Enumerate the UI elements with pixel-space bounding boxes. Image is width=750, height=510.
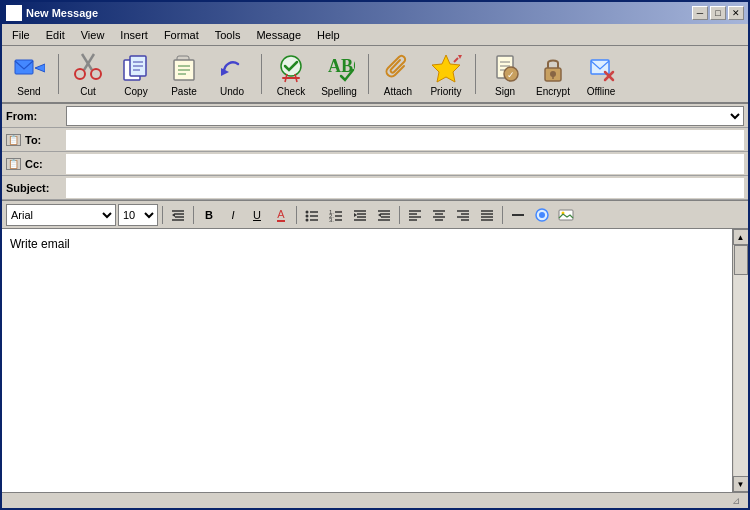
hr-button[interactable] bbox=[507, 204, 529, 226]
send-button[interactable]: Send bbox=[6, 49, 52, 99]
priority-icon bbox=[430, 52, 462, 84]
italic-button[interactable]: I bbox=[222, 204, 244, 226]
offline-label: Offline bbox=[587, 86, 616, 97]
unordered-list-button[interactable] bbox=[301, 204, 323, 226]
menu-format[interactable]: Format bbox=[156, 27, 207, 43]
email-body[interactable]: Write email bbox=[2, 229, 732, 492]
priority-button[interactable]: Priority bbox=[423, 49, 469, 99]
svg-point-44 bbox=[306, 214, 309, 217]
insert-image-button[interactable] bbox=[555, 204, 577, 226]
cc-label: 📋 Cc: bbox=[6, 158, 66, 170]
svg-point-5 bbox=[91, 69, 101, 79]
separator-2 bbox=[261, 54, 262, 94]
align-right-button[interactable] bbox=[452, 204, 474, 226]
ordered-list-button[interactable]: 1.2.3. bbox=[325, 204, 347, 226]
cc-input[interactable] bbox=[66, 154, 744, 174]
copy-icon bbox=[120, 52, 152, 84]
svg-point-82 bbox=[539, 212, 545, 218]
svg-marker-1 bbox=[35, 64, 45, 72]
vertical-scrollbar[interactable]: ▲ ▼ bbox=[732, 229, 748, 492]
to-input[interactable] bbox=[66, 130, 744, 150]
encrypt-icon bbox=[537, 52, 569, 84]
align-left-button[interactable] bbox=[404, 204, 426, 226]
main-window: ✉ New Message ─ □ ✕ File Edit View Inser… bbox=[0, 0, 750, 510]
toolbar: Send Cut bbox=[2, 46, 748, 104]
from-row: From: bbox=[2, 104, 748, 128]
copy-label: Copy bbox=[124, 86, 147, 97]
separator-4 bbox=[475, 54, 476, 94]
justify-button[interactable] bbox=[476, 204, 498, 226]
font-select[interactable]: Arial Times New Roman Courier New bbox=[6, 204, 116, 226]
subject-label: Subject: bbox=[6, 182, 66, 194]
from-label: From: bbox=[6, 110, 66, 122]
close-button[interactable]: ✕ bbox=[728, 6, 744, 20]
svg-line-2 bbox=[82, 54, 92, 70]
fmt-sep-4 bbox=[399, 206, 400, 224]
attach-label: Attach bbox=[384, 86, 412, 97]
font-color-button[interactable]: A bbox=[270, 204, 292, 226]
spelling-icon: ABC bbox=[323, 52, 355, 84]
svg-rect-0 bbox=[15, 60, 33, 74]
maximize-button[interactable]: □ bbox=[710, 6, 726, 20]
title-bar: ✉ New Message ─ □ ✕ bbox=[2, 2, 748, 24]
align-center-button[interactable] bbox=[428, 204, 450, 226]
fmt-sep-5 bbox=[502, 206, 503, 224]
fmt-sep-1 bbox=[162, 206, 163, 224]
paste-label: Paste bbox=[171, 86, 197, 97]
svg-marker-63 bbox=[378, 213, 381, 217]
copy-button[interactable]: Copy bbox=[113, 49, 159, 99]
spelling-button[interactable]: ABC Spelling bbox=[316, 49, 362, 99]
offline-button[interactable]: Offline bbox=[578, 49, 624, 99]
resize-grip[interactable]: ⊿ bbox=[732, 495, 744, 507]
to-addr-icon[interactable]: 📋 bbox=[6, 134, 21, 146]
menu-bar: File Edit View Insert Format Tools Messa… bbox=[2, 24, 748, 46]
menu-help[interactable]: Help bbox=[309, 27, 348, 43]
sign-button[interactable]: ✓ Sign bbox=[482, 49, 528, 99]
status-bar: ⊿ bbox=[2, 492, 748, 508]
check-button[interactable]: Check bbox=[268, 49, 314, 99]
menu-insert[interactable]: Insert bbox=[112, 27, 156, 43]
undo-button[interactable]: Undo bbox=[209, 49, 255, 99]
italic-label: I bbox=[231, 209, 234, 221]
email-body-container: Write email ▲ ▼ bbox=[2, 229, 748, 492]
cut-button[interactable]: Cut bbox=[65, 49, 111, 99]
menu-edit[interactable]: Edit bbox=[38, 27, 73, 43]
svg-line-19 bbox=[285, 74, 287, 82]
window-icon: ✉ bbox=[6, 5, 22, 21]
paste-button[interactable]: Paste bbox=[161, 49, 207, 99]
svg-point-4 bbox=[75, 69, 85, 79]
undo-label: Undo bbox=[220, 86, 244, 97]
size-select[interactable]: 8 9 10 12 14 16 18 bbox=[118, 204, 158, 226]
svg-line-20 bbox=[295, 74, 297, 82]
cc-addr-icon[interactable]: 📋 bbox=[6, 158, 21, 170]
indent-button[interactable] bbox=[373, 204, 395, 226]
menu-view[interactable]: View bbox=[73, 27, 113, 43]
scroll-track[interactable] bbox=[734, 245, 748, 476]
sign-label: Sign bbox=[495, 86, 515, 97]
increase-indent-button[interactable] bbox=[167, 204, 189, 226]
attach-button[interactable]: Attach bbox=[375, 49, 421, 99]
bold-button[interactable]: B bbox=[198, 204, 220, 226]
scroll-up-arrow[interactable]: ▲ bbox=[733, 229, 749, 245]
encrypt-button[interactable]: Encrypt bbox=[530, 49, 576, 99]
menu-message[interactable]: Message bbox=[248, 27, 309, 43]
menu-tools[interactable]: Tools bbox=[207, 27, 249, 43]
cut-icon bbox=[72, 52, 104, 84]
svg-rect-83 bbox=[559, 210, 573, 220]
scroll-down-arrow[interactable]: ▼ bbox=[733, 476, 749, 492]
format-toolbar: Arial Times New Roman Courier New 8 9 10… bbox=[2, 201, 748, 229]
subject-input[interactable] bbox=[66, 178, 744, 198]
background-button[interactable] bbox=[531, 204, 553, 226]
menu-file[interactable]: File bbox=[4, 27, 38, 43]
minimize-button[interactable]: ─ bbox=[692, 6, 708, 20]
from-select[interactable] bbox=[66, 106, 744, 126]
decrease-indent-button[interactable] bbox=[349, 204, 371, 226]
underline-button[interactable]: U bbox=[246, 204, 268, 226]
scroll-thumb[interactable] bbox=[734, 245, 748, 275]
svg-marker-41 bbox=[172, 213, 175, 217]
title-controls: ─ □ ✕ bbox=[692, 6, 744, 20]
priority-label: Priority bbox=[430, 86, 461, 97]
send-icon bbox=[13, 52, 45, 84]
offline-icon bbox=[585, 52, 617, 84]
to-label: 📋 To: bbox=[6, 134, 66, 146]
